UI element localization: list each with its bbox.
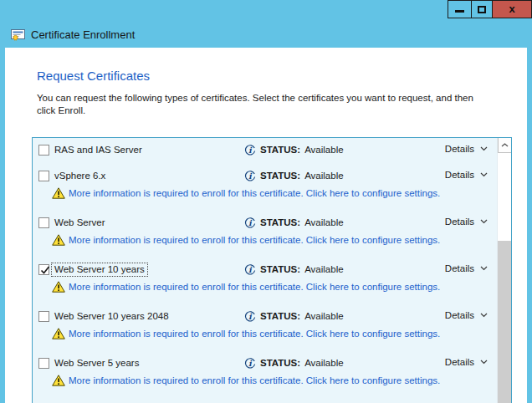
certificate-enrollment-icon <box>11 28 25 41</box>
certificate-label[interactable]: Web Server <box>52 217 108 229</box>
status-value: Available <box>304 264 343 274</box>
chevron-down-icon <box>480 146 488 151</box>
svg-text:i: i <box>248 312 253 321</box>
warning-row: More information is required to enroll f… <box>33 373 497 390</box>
warning-link[interactable]: More information is required to enroll f… <box>69 188 440 198</box>
warning-icon <box>52 281 65 296</box>
checkmark-icon <box>39 264 51 276</box>
warning-row: More information is required to enroll f… <box>33 326 497 343</box>
certificate-row: Web Server 10 years 2048 i STATUS: Avail… <box>33 309 497 325</box>
chevron-down-icon <box>480 313 488 318</box>
status-label: STATUS: <box>260 311 300 321</box>
page-title: Request Certificates <box>37 69 150 83</box>
info-icon: i <box>244 144 256 156</box>
status-label: STATUS: <box>260 171 300 181</box>
warning-icon <box>52 328 65 343</box>
certificate-list-item: Web Server i STATUS: Available Details <box>33 215 497 249</box>
minimize-icon <box>455 10 464 13</box>
scroll-up-button[interactable] <box>498 138 511 153</box>
certificate-label[interactable]: Web Server 10 years <box>52 263 147 276</box>
details-label: Details <box>445 170 474 180</box>
status-label: STATUS: <box>260 217 300 227</box>
scrollbar-thumb[interactable] <box>498 241 511 403</box>
chevron-down-icon <box>480 360 488 365</box>
details-label: Details <box>445 357 474 367</box>
details-toggle[interactable]: Details <box>445 263 488 273</box>
info-icon: i <box>244 170 256 181</box>
info-icon: i <box>244 263 256 275</box>
svg-text:i: i <box>248 218 253 227</box>
chevron-down-icon <box>480 172 488 177</box>
details-toggle[interactable]: Details <box>445 310 488 320</box>
certificate-label[interactable]: Web Server 5 years <box>52 357 141 370</box>
details-label: Details <box>445 217 474 227</box>
info-icon: i <box>244 310 256 322</box>
certificate-list-item: vSphere 6.x i STATUS: Available Details <box>33 168 497 202</box>
details-toggle[interactable]: Details <box>445 357 488 367</box>
window-controls: x <box>448 0 532 18</box>
chevron-down-icon <box>480 219 488 224</box>
certificate-row: vSphere 6.x i STATUS: Available Details <box>33 168 497 185</box>
warning-icon <box>52 375 65 390</box>
status-group: i STATUS: Available <box>244 144 344 156</box>
scrollbar[interactable] <box>497 138 511 403</box>
certificate-row: Web Server i STATUS: Available Details <box>33 215 497 232</box>
certificate-checkbox[interactable] <box>38 145 49 156</box>
certificate-checkbox[interactable] <box>38 358 49 369</box>
warning-row: More information is required to enroll f… <box>33 186 497 202</box>
warning-link[interactable]: More information is required to enroll f… <box>69 282 440 292</box>
maximize-icon <box>478 6 486 13</box>
certificate-list-item: Web Server 10 years i STATUS: Available … <box>33 262 497 296</box>
details-toggle[interactable]: Details <box>445 217 488 227</box>
maximize-button[interactable] <box>471 0 493 18</box>
certificate-checkbox[interactable] <box>38 311 49 322</box>
status-group: i STATUS: Available <box>244 217 344 228</box>
details-toggle[interactable]: Details <box>445 170 488 180</box>
status-value: Available <box>304 145 343 155</box>
details-label: Details <box>445 263 474 273</box>
status-group: i STATUS: Available <box>244 170 344 181</box>
minimize-button[interactable] <box>448 0 472 18</box>
certificate-checkbox[interactable] <box>38 217 49 228</box>
svg-text:i: i <box>248 359 253 368</box>
window-title: Certificate Enrollment <box>31 28 135 41</box>
certificate-checkbox[interactable] <box>38 171 49 181</box>
status-value: Available <box>304 311 343 321</box>
chevron-down-icon <box>480 266 488 271</box>
certificate-label[interactable]: RAS and IAS Server <box>52 144 145 156</box>
info-icon: i <box>244 217 256 228</box>
close-icon: x <box>509 1 514 18</box>
certificate-row: Web Server 5 years i STATUS: Available D… <box>33 355 497 372</box>
info-icon: i <box>244 357 256 369</box>
svg-text:i: i <box>248 171 253 181</box>
page-description: You can request the following types of c… <box>37 92 473 117</box>
titlebar[interactable]: x Certificate Enrollment <box>0 0 532 48</box>
warning-icon <box>52 234 65 249</box>
status-label: STATUS: <box>260 264 300 274</box>
details-toggle[interactable]: Details <box>445 144 488 154</box>
certificate-label[interactable]: Web Server 10 years 2048 <box>52 310 171 323</box>
svg-text:i: i <box>248 265 253 274</box>
status-group: i STATUS: Available <box>244 357 344 369</box>
certificate-enrollment-window: x Certificate Enrollment Request Certifi… <box>0 0 532 403</box>
certificate-checkbox[interactable] <box>38 264 49 275</box>
certificate-label[interactable]: vSphere 6.x <box>52 170 108 182</box>
certificate-row: Web Server 10 years i STATUS: Available … <box>33 262 497 278</box>
status-group: i STATUS: Available <box>244 263 344 275</box>
close-button[interactable]: x <box>492 0 532 18</box>
status-value: Available <box>304 217 343 227</box>
warning-link[interactable]: More information is required to enroll f… <box>69 329 440 339</box>
status-value: Available <box>304 358 343 368</box>
warning-link[interactable]: More information is required to enroll f… <box>69 375 440 385</box>
certificate-list-item: RAS and IAS Server i STATUS: Available D… <box>33 142 497 159</box>
status-label: STATUS: <box>260 145 300 155</box>
warning-link[interactable]: More information is required to enroll f… <box>69 235 440 245</box>
status-group: i STATUS: Available <box>244 310 344 322</box>
chevron-up-icon <box>501 143 509 147</box>
status-label: STATUS: <box>260 358 300 368</box>
details-label: Details <box>445 310 474 320</box>
svg-text:i: i <box>248 145 253 155</box>
wizard-content: Request Certificates You can request the… <box>5 48 527 403</box>
warning-row: More information is required to enroll f… <box>33 232 497 249</box>
certificate-list-item: Web Server 10 years 2048 i STATUS: Avail… <box>33 309 497 343</box>
